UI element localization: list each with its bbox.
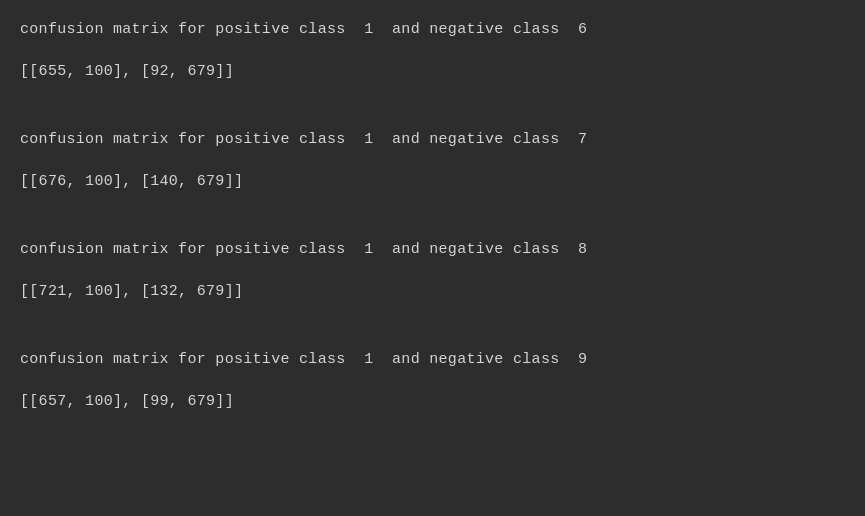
confusion-block-2: confusion matrix for positive class 1 an… bbox=[20, 128, 845, 194]
confusion-block-4: confusion matrix for positive class 1 an… bbox=[20, 348, 845, 414]
confusion-header-4: confusion matrix for positive class 1 an… bbox=[20, 348, 845, 372]
confusion-block-1: confusion matrix for positive class 1 an… bbox=[20, 18, 845, 84]
confusion-matrix-2: [[676, 100], [140, 679]] bbox=[20, 170, 845, 194]
confusion-matrix-1: [[655, 100], [92, 679]] bbox=[20, 60, 845, 84]
confusion-block-3: confusion matrix for positive class 1 an… bbox=[20, 238, 845, 304]
confusion-header-2: confusion matrix for positive class 1 an… bbox=[20, 128, 845, 152]
confusion-header-3: confusion matrix for positive class 1 an… bbox=[20, 238, 845, 262]
confusion-header-1: confusion matrix for positive class 1 an… bbox=[20, 18, 845, 42]
confusion-matrix-4: [[657, 100], [99, 679]] bbox=[20, 390, 845, 414]
confusion-matrix-3: [[721, 100], [132, 679]] bbox=[20, 280, 845, 304]
terminal-output: confusion matrix for positive class 1 an… bbox=[0, 0, 865, 516]
